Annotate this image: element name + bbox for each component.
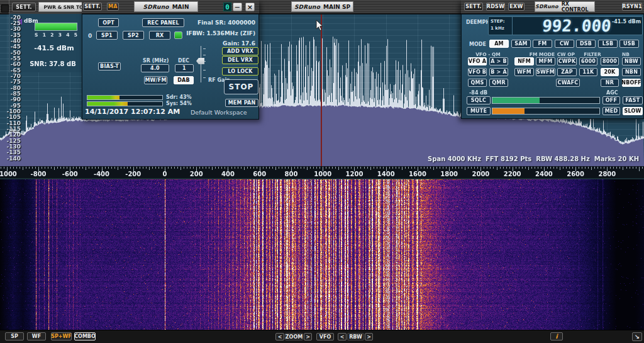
main-ma-button[interactable]: MA <box>107 3 119 11</box>
dab-button[interactable]: DAB <box>174 76 194 84</box>
rx-button-a-b[interactable]: A > B <box>489 57 508 65</box>
agc-med-button[interactable]: MED <box>602 107 620 115</box>
volume-bar[interactable] <box>492 108 600 115</box>
rx-button-20k[interactable]: 20K <box>601 68 619 76</box>
rx-button-6000[interactable]: 6000 <box>579 57 597 65</box>
rbw-increase-button[interactable]: > <box>365 333 373 340</box>
rx-button-b-a[interactable]: B > A <box>489 68 508 76</box>
mode-button-dsb[interactable]: DSB <box>576 40 596 48</box>
del-vrx-button[interactable]: DEL VRX <box>222 56 258 64</box>
s-unit-tick: 3 <box>58 32 62 38</box>
slider-handle[interactable] <box>196 58 204 64</box>
sp-view-button[interactable]: SP <box>5 332 24 340</box>
rx-button-swfm[interactable]: SWFM <box>536 68 555 76</box>
slider-tick <box>203 70 206 70</box>
rx-button-cwafc[interactable]: CWAFC <box>556 79 580 87</box>
add-vrx-button[interactable]: ADD VRX <box>222 47 258 55</box>
rx-button-cwpk[interactable]: CWPK <box>557 57 577 65</box>
sp2-button[interactable]: SP2 <box>123 31 144 40</box>
rf-gain-slider[interactable] <box>196 46 207 82</box>
rx-active-led <box>174 31 182 39</box>
squelch-bar[interactable] <box>492 97 600 104</box>
rx-control-title[interactable]: SDRuno RX CONTROL <box>535 1 595 12</box>
s-unit-tick: 1 <box>43 32 46 38</box>
rx-button-8000[interactable]: 8000 <box>601 57 619 65</box>
rec-panel-button[interactable]: REC PANEL <box>142 18 184 27</box>
workspace-label: Default Workspace <box>191 109 247 116</box>
exw-button[interactable]: EXW <box>508 3 525 11</box>
sp-wf-view-button[interactable]: SP+WF <box>51 332 72 340</box>
wf-view-button[interactable]: WF <box>27 332 46 340</box>
rx-button-nbn[interactable]: NBN <box>622 68 641 76</box>
zoom-in-button[interactable]: > <box>304 333 312 340</box>
minimize-button[interactable]: — <box>233 3 242 11</box>
mute-button[interactable]: MUTE <box>467 107 491 115</box>
frequency-display[interactable]: STEP: 1 kHz 992.000 -41.5 dBm <box>488 16 643 35</box>
sr-value-field[interactable]: 4.0 <box>141 64 169 72</box>
main-settings-button[interactable]: SETT. <box>83 3 102 11</box>
rdsw-button[interactable]: RDSW <box>486 3 505 11</box>
close-button[interactable]: × <box>245 3 255 11</box>
rx-settings-button[interactable]: SETT. <box>464 3 483 11</box>
rx-button-mfm[interactable]: MFM <box>536 57 555 65</box>
pwr-snr-title[interactable]: PWR & SNR TO <box>38 2 89 12</box>
rx-button-vfo-b[interactable]: VFO B <box>468 68 487 76</box>
mode-button-usb[interactable]: USB <box>619 40 639 48</box>
sys-load-bar <box>87 101 163 106</box>
rx-button[interactable]: RX <box>149 31 170 40</box>
agc-fast-button[interactable]: FAST <box>623 96 643 104</box>
sp1-button[interactable]: SP1 <box>96 31 118 40</box>
signal-meter-fill <box>35 23 77 30</box>
combo-view-button[interactable]: COMBO <box>74 332 96 340</box>
rx-button-nboff[interactable]: NBOFF <box>622 79 641 87</box>
group-label: VFO - QM <box>466 52 510 57</box>
mode-button-lsb[interactable]: LSB <box>598 40 618 48</box>
rx-button-11k[interactable]: 11K <box>579 68 597 76</box>
zoom-out-button[interactable]: < <box>275 333 284 340</box>
sdr-load-label: Sdr: 43% <box>166 94 192 100</box>
mode-button-am[interactable]: AM <box>489 40 509 48</box>
rx-button-qmr[interactable]: QMR <box>489 79 508 87</box>
mem-pan-button[interactable]: MEM PAN <box>225 99 258 107</box>
mode-button-sam[interactable]: SAM <box>511 40 531 48</box>
main-panel-title[interactable]: SDRuno MAIN <box>134 1 198 12</box>
rx-button-qms[interactable]: QMS <box>468 79 487 87</box>
sys-load-fill <box>87 102 128 106</box>
gain-readout: Gain: 17.6 <box>223 40 255 47</box>
step-box[interactable]: STEP: 1 kHz <box>489 17 513 35</box>
main-sp-title[interactable]: SDRuno MAIN SP <box>291 1 353 12</box>
sqlc-button[interactable]: SQLC <box>467 96 491 104</box>
final-sr-readout: Final SR: 4000000 <box>197 20 255 26</box>
db-scale-tick: -140 <box>0 155 21 162</box>
sdruno-brand: SDRuno <box>535 4 558 9</box>
rx-button-nbw[interactable]: NBW <box>622 57 641 65</box>
rx-button-nfm[interactable]: NFM <box>514 57 534 65</box>
spectrum-status-line: Span 4000 KHz FFT 8192 Pts RBW 488.28 Hz… <box>428 155 639 162</box>
agc-slow-button[interactable]: SLOW <box>623 107 643 115</box>
rx-button-vfo-a[interactable]: VFO A <box>468 57 487 65</box>
rsyn1-button[interactable]: RSYN1 <box>622 3 642 11</box>
main-panel-window: SETT. MA SDRuno MAIN 0 — × OPT REC PANEL… <box>82 0 259 120</box>
rx-button-zap[interactable]: ZAP <box>557 68 577 76</box>
opt-button[interactable]: OPT <box>98 18 119 27</box>
vfo-button[interactable]: VFO <box>316 333 334 340</box>
info-button[interactable]: i <box>550 332 563 340</box>
deemph-label: DEEMPH <box>466 20 490 25</box>
stop-button[interactable]: STOP <box>224 79 258 94</box>
rbw-decrease-button[interactable]: < <box>338 333 347 340</box>
mw-fm-button[interactable]: MW/FM <box>144 76 167 84</box>
rx-button-nr[interactable]: NR <box>601 79 619 87</box>
mode-button-fm[interactable]: FM <box>533 40 552 48</box>
mode-button-cw[interactable]: CW <box>555 40 574 48</box>
lo-lock-button[interactable]: LO LOCK <box>222 67 258 76</box>
rx-button-wfm[interactable]: WFM <box>514 68 534 76</box>
agc-off-button[interactable]: OFF <box>602 96 620 104</box>
step-label: STEP: <box>491 19 505 24</box>
slider-tick <box>203 55 206 55</box>
waterfall-display[interactable] <box>0 178 644 330</box>
frequency-axis[interactable] <box>0 166 644 178</box>
sys-load-label: Sys: 54% <box>166 101 192 106</box>
bias-t-button[interactable]: BIAS-T <box>98 62 121 70</box>
resize-corner-icon[interactable]: ↘ <box>632 332 642 341</box>
dec-value-field[interactable]: 1 <box>175 64 194 72</box>
